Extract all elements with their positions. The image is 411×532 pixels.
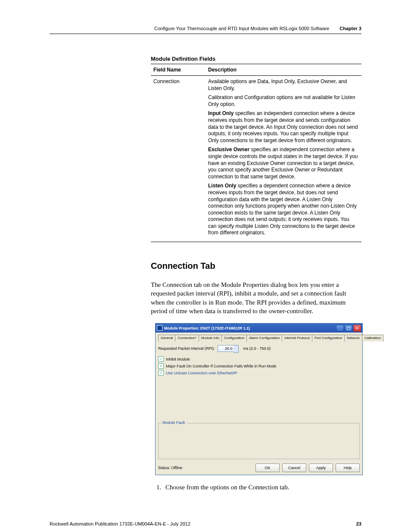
publication-line: Rockwell Automation Publication 1732E-UM…: [50, 521, 190, 526]
tab-general[interactable]: General: [158, 335, 175, 342]
table-row: Connection Available options are Data, I…: [151, 76, 361, 242]
desc-p2: Calibration and Configuration options ar…: [208, 94, 359, 108]
status-label: Status: Offline: [158, 466, 253, 470]
desc-p3: Input Only specifies an independent conn…: [208, 110, 359, 144]
page-header: Configure Your Thermocouple and RTD Inpu…: [50, 26, 361, 34]
tab-port-configuration[interactable]: Port Configuration: [312, 335, 345, 342]
app-icon: [157, 325, 162, 331]
help-button[interactable]: Help: [336, 464, 360, 472]
desc-p4: Exclusive Owner specifies an independent…: [208, 146, 359, 180]
table-title: Module Definition Fields: [151, 56, 361, 62]
major-fault-label: Major Fault On Controller If Connection …: [166, 364, 277, 368]
dialog-titlebar: Module Properties: EN2T (1732E-IT4IM12R …: [156, 324, 362, 333]
tab-alarm-configuration[interactable]: Alarm Configuration: [246, 335, 282, 342]
field-name-cell: Connection: [151, 76, 206, 242]
unicast-label: Use Unicast Connection over EtherNet/IP: [166, 371, 237, 375]
desc-p5: Listen Only specifies a dependent connec…: [208, 183, 359, 236]
checkbox-inhibit[interactable]: ✓: [158, 356, 164, 362]
tab-configuration[interactable]: Configuration: [221, 335, 247, 342]
tabstrip: General Connection* Module Info Configur…: [158, 334, 360, 342]
section-heading: Connection Tab: [151, 261, 361, 271]
module-properties-dialog: Module Properties: EN2T (1732E-IT4IM12R …: [155, 323, 363, 475]
cancel-button[interactable]: Cancel: [282, 464, 306, 472]
description-cell: Available options are Data, Input Only, …: [206, 76, 361, 242]
checkbox-unicast[interactable]: ✓: [158, 370, 164, 376]
header-subtitle: Configure Your Thermocouple and RTD Inpu…: [154, 26, 329, 31]
module-definition-table: Field Name Description Connection Availa…: [151, 64, 361, 242]
tab-connection[interactable]: Connection*: [175, 335, 199, 342]
minimize-button[interactable]: _: [336, 325, 344, 332]
rpi-range: ms (2.0 - 750.0): [243, 346, 271, 351]
ok-button[interactable]: OK: [255, 464, 280, 472]
page-footer: Rockwell Automation Publication 1732E-UM…: [50, 521, 361, 526]
maximize-button[interactable]: ▢: [345, 325, 352, 332]
inhibit-label: Inhibit Module: [166, 357, 190, 361]
checkbox-major-fault[interactable]: ✓: [158, 363, 164, 369]
tab-network[interactable]: Network: [344, 335, 362, 342]
desc-p4-bold: Exclusive Owner: [208, 146, 249, 152]
col-field-name: Field Name: [151, 64, 206, 76]
module-fault-legend: Module Fault: [161, 420, 186, 425]
close-button[interactable]: ×: [353, 325, 361, 332]
tab-calibration[interactable]: Calibration: [362, 335, 383, 342]
col-description: Description: [206, 64, 361, 76]
rpi-label: Requested Packet Interval (RPI):: [158, 346, 215, 351]
section-body: The Connection tab on the Module Propert…: [151, 280, 361, 315]
tab-module-info[interactable]: Module Info: [199, 335, 222, 342]
desc-p5-rest: specifies a dependent connection where a…: [208, 183, 357, 236]
tab-internet-protocol[interactable]: Internet Protocol: [282, 335, 312, 342]
desc-p1: Available options are Data, Input Only, …: [208, 78, 359, 92]
step-1: Choose from the options on the Connectio…: [163, 484, 361, 491]
dialog-title: Module Properties: EN2T (1732E-IT4IM12R …: [164, 326, 335, 330]
desc-p3-bold: Input Only: [208, 110, 234, 116]
step-list: Choose from the options on the Connectio…: [151, 484, 361, 491]
module-fault-group: Module Fault: [158, 423, 360, 459]
chapter-label: Chapter 3: [339, 26, 361, 31]
page-number: 23: [356, 521, 361, 526]
apply-button[interactable]: Apply: [309, 464, 333, 472]
desc-p5-bold: Listen Only: [208, 183, 236, 189]
rpi-spinner[interactable]: 20.0: [218, 345, 234, 352]
